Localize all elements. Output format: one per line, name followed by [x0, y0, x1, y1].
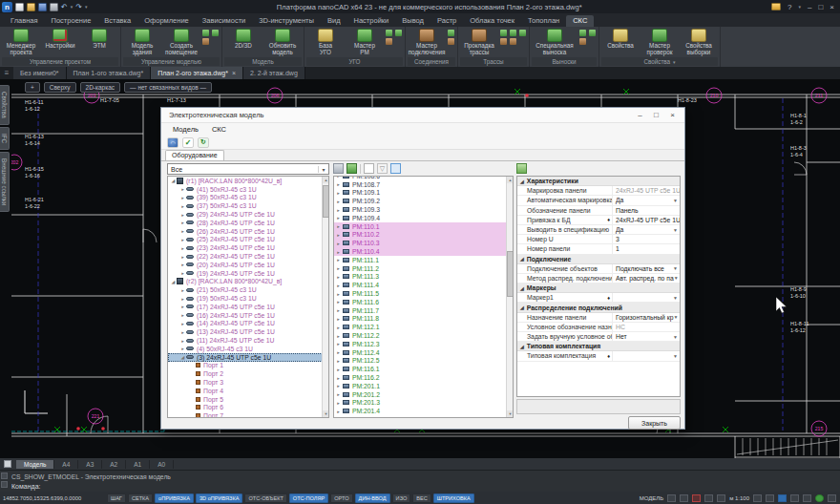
tree-expand-icon[interactable]: ▸ — [179, 346, 186, 351]
status-toggle-2[interactable]: СЕТКА — [128, 494, 153, 503]
property-value[interactable]: Да▼ — [613, 196, 680, 204]
tree-item[interactable]: ▸(26) 24xRJ-45 UTP c5e 1U — [168, 227, 328, 236]
update-model-icon[interactable]: ◠ — [167, 137, 178, 148]
report-icon[interactable] — [364, 163, 374, 174]
layout-tab-a4[interactable]: A4 — [54, 460, 78, 469]
undo-icon[interactable]: ↶ — [61, 3, 68, 11]
zoom-icon[interactable] — [766, 494, 774, 502]
filter-icon[interactable]: ▽ — [377, 163, 388, 174]
status-toggle-7[interactable]: ОРТО — [330, 494, 352, 503]
units-icon[interactable] — [717, 494, 725, 502]
tree-item[interactable]: ▸(20) 24xRJ-45 UTP c5e 1U — [168, 261, 328, 269]
group-launcher-icon[interactable]: ▾ — [673, 59, 676, 65]
small-tool-icon[interactable] — [579, 38, 586, 45]
document-tab-2[interactable]: План 1-ого этажа.dwg* — [67, 67, 152, 79]
dropdown-arrow-icon[interactable]: ▼ — [673, 227, 680, 233]
status-toggle-4[interactable]: 3D оПРИВЯЗКА — [196, 494, 243, 503]
ribbon-tab-13[interactable]: СКС — [566, 15, 594, 27]
dialog-maximize-button[interactable]: □ — [648, 111, 664, 119]
ribbon-button[interactable]: Свойства выборки — [680, 28, 718, 56]
tree-item[interactable]: ▸(13) 24xRJ-45 UTP c5e 1U — [168, 327, 328, 336]
pm-list-item[interactable]: ▸РМ:109.3 — [334, 205, 513, 214]
tree-expand-icon[interactable]: ◢ — [170, 279, 177, 284]
tree-expand-icon[interactable]: ▸ — [179, 338, 186, 344]
ribbon-button[interactable]: Менеджер проекта — [2, 28, 40, 56]
plot-icon[interactable] — [50, 3, 58, 11]
property-value[interactable]: Да▼ — [613, 225, 680, 234]
annotation-icon[interactable] — [667, 494, 676, 502]
tree-expand-icon[interactable]: ▸ — [179, 312, 186, 318]
tree-item[interactable]: Порт 4 — [168, 387, 328, 395]
list-expand-icon[interactable]: ▸ — [334, 333, 343, 339]
command-options-icon[interactable] — [1, 481, 8, 488]
tree-item[interactable]: ◢(3) 24xRJ-45 UTP c5e 1U — [168, 353, 328, 362]
property-section-header[interactable]: ◢Подключение — [517, 255, 680, 264]
list-expand-icon[interactable]: ▸ — [334, 274, 343, 280]
tree-expand-icon[interactable]: ▸ — [179, 329, 186, 335]
list-expand-icon[interactable]: ▸ — [334, 307, 343, 313]
ribbon-tab-8[interactable]: Настройки — [347, 15, 396, 27]
tree-expand-icon[interactable]: ▸ — [179, 321, 186, 326]
tree-item[interactable]: Порт 7 — [168, 411, 328, 418]
tree-item[interactable]: Порт 1 — [168, 362, 328, 370]
pm-list-item[interactable]: ▸РМ:108.7 — [334, 180, 513, 189]
layout-tab-a0[interactable]: A0 — [150, 460, 174, 469]
ribbon-button[interactable]: Специальная выноска — [532, 28, 578, 56]
model-space-label[interactable]: МОДЕЛЬ — [640, 495, 663, 501]
selection-cycling-icon[interactable] — [692, 494, 701, 502]
list-expand-icon[interactable]: ▸ — [334, 325, 343, 330]
doc-tabs-menu-icon[interactable]: ≡ — [0, 67, 13, 79]
tree-expand-icon[interactable]: ▸ — [179, 186, 186, 192]
dropdown-arrow-icon[interactable]: ▼ — [673, 295, 680, 301]
tree-expand-icon[interactable]: ▸ — [179, 203, 186, 209]
tree-item[interactable]: Порт 2 — [168, 369, 328, 378]
list-view-icon[interactable] — [390, 163, 401, 174]
small-tool-icon[interactable] — [519, 30, 526, 36]
document-tab-3[interactable]: План 2-ого этажа.dwg*× — [151, 67, 243, 79]
filter-combobox[interactable]: Все ▾ — [167, 163, 329, 175]
layout-tab-a3[interactable]: A3 — [78, 460, 102, 469]
minimize-button[interactable]: – — [808, 3, 811, 11]
dialog-titlebar[interactable]: Электротехническая модель – □ × — [161, 108, 684, 123]
status-toggle-6[interactable]: ОТС-ПОЛЯР — [289, 494, 328, 503]
pm-list-item[interactable]: ▸РМ:201.5 — [334, 415, 513, 418]
print-icon[interactable] — [333, 163, 344, 174]
ribbon-button[interactable]: Мастер РМ — [346, 28, 384, 56]
help-dropdown-icon[interactable]: ▾ — [799, 4, 802, 10]
ribbon-button[interactable]: Создать помещение — [162, 28, 200, 56]
ribbon-button[interactable]: Мастер проверок — [640, 28, 679, 56]
small-tool-icon[interactable] — [386, 30, 392, 36]
annotation-scale[interactable]: м 1:100 — [729, 495, 749, 501]
pm-list-item[interactable]: ▸РМ:112.1 — [334, 323, 513, 331]
pm-list-item[interactable]: ▸РМ:111.6 — [334, 298, 513, 306]
view-control-1[interactable]: + — [25, 82, 40, 93]
tree-expand-icon[interactable]: ◢ — [179, 354, 186, 360]
list-expand-icon[interactable]: ▸ — [334, 409, 343, 414]
workspace-icon[interactable] — [771, 3, 781, 10]
scroll-thumb[interactable] — [507, 251, 514, 297]
small-tool-icon[interactable] — [510, 38, 516, 45]
property-value[interactable]: 24xRJ-45 UTP c5e 1U — [613, 186, 680, 195]
ribbon-button[interactable]: Обновить модель — [263, 28, 302, 56]
list-expand-icon[interactable]: ▸ — [334, 400, 343, 406]
pm-list-item[interactable]: ▸РМ:111.3 — [334, 273, 513, 282]
maximize-button[interactable]: □ — [818, 3, 823, 11]
dropdown-arrow-icon[interactable]: ▼ — [673, 198, 680, 203]
property-value[interactable]: Авт. распред. по па▼ — [613, 274, 680, 283]
list-expand-icon[interactable]: ▸ — [334, 391, 343, 397]
list-expand-icon[interactable]: ▸ — [334, 223, 343, 229]
property-value[interactable]: 1 — [613, 244, 680, 253]
status-toggle-9[interactable]: ИЗО — [392, 494, 411, 503]
small-tool-icon[interactable] — [500, 30, 507, 36]
tree-item[interactable]: ▸(19) 50xRJ-45 c3 1U — [168, 294, 328, 303]
undo-dropdown-icon[interactable]: ▾ — [71, 4, 74, 10]
list-expand-icon[interactable]: ▸ — [334, 341, 343, 346]
ribbon-tab-11[interactable]: Облака точек — [463, 15, 521, 27]
section-expand-icon[interactable]: ◢ — [520, 285, 524, 291]
export-icon[interactable] — [346, 163, 357, 174]
tree-item[interactable]: ▸(19) 24xRJ-45 UTP c5e 1U — [168, 269, 328, 278]
ribbon-tab-12[interactable]: Топоплан — [521, 15, 566, 27]
dropdown-arrow-icon[interactable]: ▼ — [673, 334, 680, 340]
pm-list-item[interactable]: ▸РМ:116.2 — [334, 373, 513, 382]
list-expand-icon[interactable]: ▸ — [334, 358, 343, 364]
